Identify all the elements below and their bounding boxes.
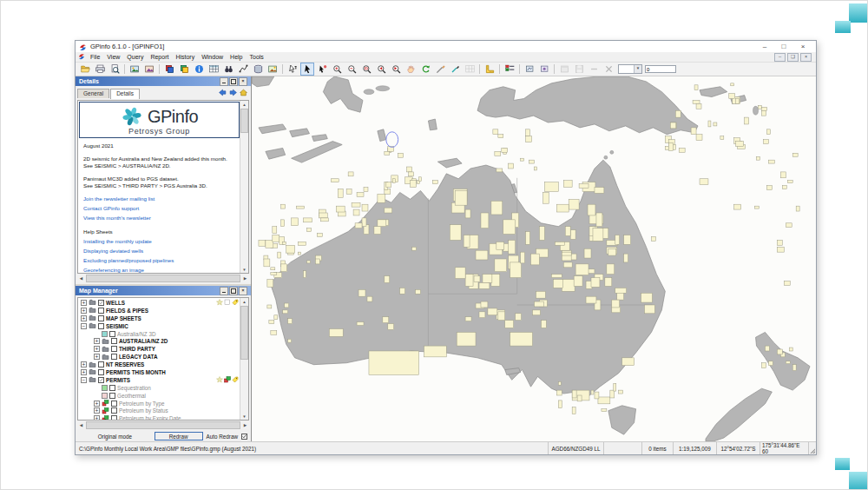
permit-block[interactable] <box>534 301 543 307</box>
permit-block[interactable] <box>786 223 792 228</box>
permit-block[interactable] <box>562 280 575 292</box>
minimize-icon[interactable]: – <box>755 42 774 52</box>
mdi-minimize-icon[interactable]: – <box>774 53 786 62</box>
permit-block[interactable] <box>588 204 595 215</box>
tool-grid-off-icon[interactable] <box>463 63 477 76</box>
permit-block[interactable] <box>465 275 473 287</box>
permit-block[interactable] <box>755 206 760 209</box>
permit-block[interactable] <box>338 189 343 198</box>
permit-block[interactable] <box>544 182 558 192</box>
permit-block[interactable] <box>526 129 530 136</box>
permit-block[interactable] <box>670 122 675 129</box>
tool-measure-icon[interactable] <box>433 63 447 76</box>
layer-checkbox[interactable] <box>98 308 104 314</box>
expander-icon[interactable]: + <box>81 308 87 314</box>
panel-maximize-icon[interactable] <box>229 77 238 86</box>
tool-georeference-image-icon[interactable] <box>266 63 279 76</box>
permit-block[interactable] <box>505 321 514 328</box>
permit-block[interactable] <box>562 252 571 255</box>
permit-block[interactable] <box>271 273 277 275</box>
permit-block[interactable] <box>572 390 576 398</box>
permit-block[interactable] <box>556 204 569 212</box>
permit-block[interactable] <box>763 140 768 144</box>
permit-block[interactable] <box>531 254 540 265</box>
permit-block[interactable] <box>409 172 414 176</box>
permit-block[interactable] <box>267 280 273 288</box>
permit-block[interactable] <box>731 83 734 86</box>
permit-block[interactable] <box>645 305 655 314</box>
close-icon[interactable]: × <box>793 42 812 52</box>
permit-block[interactable] <box>496 242 504 249</box>
tool-zoom-out-icon[interactable] <box>345 63 358 76</box>
tool-export-picture-icon[interactable] <box>142 63 156 76</box>
permit-block[interactable] <box>362 204 368 211</box>
permit-block[interactable] <box>292 218 299 226</box>
permit-block[interactable] <box>464 235 470 248</box>
layer-checkbox[interactable] <box>98 300 104 306</box>
permit-block[interactable] <box>491 275 500 287</box>
expander-icon[interactable]: + <box>81 315 87 321</box>
permit-block[interactable] <box>622 358 635 366</box>
back-icon[interactable] <box>219 89 227 96</box>
permit-block[interactable] <box>558 401 562 408</box>
layer-row-third-party[interactable]: +THIRD PARTY <box>78 345 240 353</box>
permit-block[interactable] <box>400 288 405 294</box>
permit-block[interactable] <box>579 184 589 189</box>
permit-block[interactable] <box>569 199 579 209</box>
layer-checkbox[interactable] <box>111 346 117 352</box>
permit-block[interactable] <box>542 192 549 203</box>
permit-block[interactable] <box>615 235 620 245</box>
permit-block[interactable] <box>768 361 773 366</box>
permit-block[interactable] <box>307 228 312 232</box>
permit-block[interactable] <box>274 315 278 320</box>
permit-block[interactable] <box>551 275 562 278</box>
permit-block[interactable] <box>285 303 289 308</box>
map-manager-header[interactable]: Map Manager × <box>76 286 251 295</box>
permit-block[interactable] <box>353 209 359 215</box>
permit-block[interactable] <box>357 192 364 196</box>
tool-scale-ruler-icon[interactable] <box>483 63 496 76</box>
permit-block[interactable] <box>555 242 564 245</box>
permit-block[interactable] <box>329 328 343 336</box>
permit-block[interactable] <box>595 392 599 399</box>
panel-maximize-icon[interactable] <box>229 287 238 295</box>
layer-checkbox[interactable] <box>111 415 117 420</box>
permit-block[interactable] <box>539 227 544 241</box>
tool-database-icon[interactable] <box>251 63 265 76</box>
details-panel-header[interactable]: Details × <box>76 76 251 86</box>
layer-row-petroleum-by-type[interactable]: +Petroleum by Type <box>78 400 240 407</box>
permit-block[interactable] <box>784 281 790 286</box>
expander-icon[interactable]: + <box>94 415 100 420</box>
permit-block[interactable] <box>264 259 270 267</box>
permit-block[interactable] <box>768 160 774 163</box>
layer-checkbox[interactable] <box>109 331 115 337</box>
expander-icon[interactable]: − <box>81 323 87 329</box>
layer-row-wells[interactable]: +WELLS <box>78 299 240 307</box>
tool-select-query-icon[interactable] <box>286 63 299 76</box>
permit-block[interactable] <box>411 181 417 188</box>
tool-annotate-a-icon[interactable] <box>523 63 536 76</box>
permit-block[interactable] <box>271 330 277 334</box>
permit-block[interactable] <box>407 167 412 172</box>
permit-block[interactable] <box>641 293 653 302</box>
permit-block[interactable] <box>577 395 582 401</box>
permit-block[interactable] <box>766 186 772 190</box>
scroll-right-icon[interactable]: ▶ <box>241 423 249 427</box>
tool-layer-display-icon[interactable] <box>177 63 191 76</box>
permit-block[interactable] <box>708 121 711 127</box>
expander-icon[interactable]: + <box>81 361 87 368</box>
permit-block[interactable] <box>398 153 404 157</box>
permit-block[interactable] <box>283 310 288 314</box>
permit-block[interactable] <box>474 276 480 282</box>
menu-tools[interactable]: Tools <box>247 54 267 60</box>
permit-block[interactable] <box>614 383 616 391</box>
panel-close-icon[interactable]: × <box>239 287 247 295</box>
scroll-thumb[interactable] <box>86 275 240 282</box>
expander-icon[interactable]: + <box>94 407 100 414</box>
permit-block[interactable] <box>786 361 790 364</box>
permit-block[interactable] <box>516 314 522 321</box>
layer-checkbox[interactable] <box>98 369 104 375</box>
permit-block[interactable] <box>297 206 305 209</box>
tool-data-table-icon[interactable] <box>207 63 220 76</box>
tool-zoom-in-icon[interactable] <box>330 63 344 76</box>
